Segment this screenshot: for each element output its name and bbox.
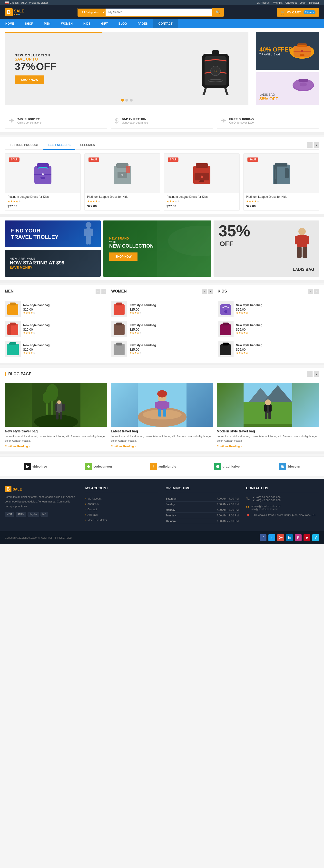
products-section: FEATURE PRODUCT BEST SELLERS SPECIALS ‹ …: [0, 137, 324, 214]
footer-link-about[interactable]: › About Us: [85, 501, 158, 507]
register-link[interactable]: Register: [309, 1, 319, 4]
cart-area[interactable]: 🛒 MY CART 2 items: [277, 8, 319, 17]
nav-men[interactable]: MEN: [38, 19, 56, 28]
brand-codecanyon[interactable]: ◆ codecanyon: [80, 460, 117, 472]
kids-next-button[interactable]: ›: [314, 289, 319, 294]
hero-dot-1[interactable]: [121, 99, 124, 101]
nav-contact[interactable]: CONTACT: [153, 19, 178, 28]
social-linkedin[interactable]: in: [286, 534, 293, 541]
nav-blog[interactable]: BLOG: [113, 19, 132, 28]
blog-read-more-1[interactable]: Continue Reading »: [5, 445, 107, 448]
men-prev-button[interactable]: ‹: [96, 289, 101, 294]
brand-videohive[interactable]: ▶ videohive: [19, 460, 52, 472]
svg-rect-20: [40, 177, 45, 179]
blog-read-more-2[interactable]: Continue Reading »: [111, 445, 213, 448]
svg-rect-63: [116, 322, 122, 326]
language-label[interactable]: English: [10, 1, 19, 4]
svg-rect-15: [298, 79, 308, 82]
payment-paypal: PayPal: [28, 512, 39, 517]
footer-desc: Lorem ipsum dolor sit amet, coetuer adip…: [5, 495, 78, 508]
nav-kids[interactable]: KIDS: [78, 19, 96, 28]
blog-prev-button[interactable]: ‹: [307, 371, 313, 377]
blog-read-more-3[interactable]: Continue Reading »: [217, 445, 319, 448]
men-img-3: [5, 341, 21, 357]
checkout-link[interactable]: Checkout: [286, 1, 297, 4]
hero-dot-3[interactable]: [130, 99, 133, 101]
footer-time-saturday: Saturday 7.00 AM - 7.00 PM: [166, 496, 239, 501]
footer-opening-col: OPENING TIME Saturday 7.00 AM - 7.00 PM …: [166, 486, 239, 524]
search-button[interactable]: 🔍: [212, 8, 223, 16]
logo[interactable]: B SALE: [5, 8, 24, 16]
men-arrows: ‹ ›: [96, 289, 106, 294]
brand-graphicriver[interactable]: ⬟ graphicriver: [209, 460, 246, 472]
svg-point-77: [43, 392, 51, 404]
social-pinterest[interactable]: p: [303, 534, 310, 541]
product-stars-1: ★★★★★: [7, 200, 78, 203]
nav-women[interactable]: WOMEN: [56, 19, 78, 28]
women-next-button[interactable]: ›: [208, 289, 213, 294]
tab-next-button[interactable]: ›: [314, 142, 319, 148]
footer-bottom: Copyright©2015/BootExperts/ ALL RIGHTS R…: [0, 531, 324, 544]
social-vimeo[interactable]: V: [312, 534, 319, 541]
search-input[interactable]: [106, 8, 212, 16]
banner-shop-now-button[interactable]: SHOP NOW: [109, 252, 138, 261]
nav-shop[interactable]: SHOP: [20, 19, 38, 28]
tab-best-sellers[interactable]: BEST SELLERS: [43, 141, 75, 150]
svg-text:B: B: [215, 69, 217, 73]
banner-ladis: 35% OFF LADIS BAG: [214, 220, 319, 277]
nav-pages[interactable]: PAGES: [132, 19, 153, 28]
brand-3docean[interactable]: ◉ 3docean: [274, 460, 305, 472]
women-prev-button[interactable]: ‹: [202, 289, 207, 294]
wishlist-link[interactable]: Wishlist: [273, 1, 283, 4]
svg-rect-102: [269, 405, 272, 412]
footer-link-affiliates-label: Affiliates: [87, 513, 98, 516]
blog-next-button[interactable]: ›: [314, 371, 319, 377]
hero-dot-2[interactable]: [125, 99, 128, 101]
kids-stars-3: ★★★★★: [236, 351, 319, 354]
social-googleplus[interactable]: G+: [277, 534, 284, 541]
blog-header: BLOG PAGE ‹ ›: [5, 371, 319, 379]
hero-progress-bar: [5, 32, 248, 33]
svg-rect-48: [297, 235, 307, 247]
tab-feature-product[interactable]: FEATURE PRODUCT: [5, 141, 43, 150]
hero-percent-area: 37% OFF: [14, 62, 56, 72]
social-facebook[interactable]: f: [260, 534, 266, 541]
svg-point-100: [265, 399, 271, 405]
social-twitter[interactable]: t: [268, 534, 275, 541]
svg-rect-33: [200, 180, 204, 182]
product-img-2: NEW SALE: [84, 154, 160, 193]
svg-rect-2: [212, 50, 219, 55]
men-next-button[interactable]: ›: [101, 289, 106, 294]
social-instagram[interactable]: P: [295, 534, 301, 541]
svg-rect-35: [275, 163, 287, 166]
email-icon: ✉: [246, 505, 249, 510]
kids-price-2: $25.00: [236, 328, 319, 331]
hero-side-card-2: LADIS BAG 35% OFF: [256, 72, 319, 105]
tab-specials[interactable]: SPECIALS: [75, 141, 100, 150]
my-account-link[interactable]: My Account: [256, 1, 271, 4]
product-card-3: NEW SALE Platinum League Dress for Kids …: [164, 153, 240, 211]
footer-link-contact[interactable]: › Contact: [85, 507, 158, 512]
product-info-4: Platinum League Dress for Kids ★★★★★ $27…: [244, 193, 319, 211]
brand-audiojungle[interactable]: ♪ audiojungle: [145, 460, 181, 472]
mwk-grid: MEN ‹ › New style handbag $25.00 ★★★★★: [5, 289, 319, 359]
women-stars-1: ★★★★★: [130, 311, 213, 314]
men-name-1: New style handbag: [23, 304, 106, 307]
product-price-3: $27.00: [167, 205, 237, 208]
search-category-select[interactable]: All Categories: [78, 8, 106, 16]
product-img-3: NEW SALE: [164, 154, 240, 193]
svg-rect-91: [167, 402, 170, 408]
footer-link-maker[interactable]: › Meet The Maker: [85, 517, 158, 523]
nav-home[interactable]: HOME: [0, 19, 20, 28]
nav-gift[interactable]: GIFT: [96, 19, 113, 28]
svg-rect-80: [55, 404, 57, 411]
login-link[interactable]: Login: [300, 1, 306, 4]
kids-prev-button[interactable]: ‹: [309, 289, 313, 294]
footer-link-myaccount[interactable]: › My Account: [85, 496, 158, 501]
footer-link-affiliates[interactable]: › Affiliates: [85, 512, 158, 517]
product-name-1: Platinum League Dress for Kids: [7, 195, 78, 198]
tab-prev-button[interactable]: ‹: [307, 142, 313, 148]
hero-shop-now-button[interactable]: SHOP NOW: [14, 75, 44, 84]
tab-group: FEATURE PRODUCT BEST SELLERS SPECIALS: [5, 141, 100, 149]
kids-item-3: New style handbag $25.00 ★★★★★: [218, 339, 319, 359]
